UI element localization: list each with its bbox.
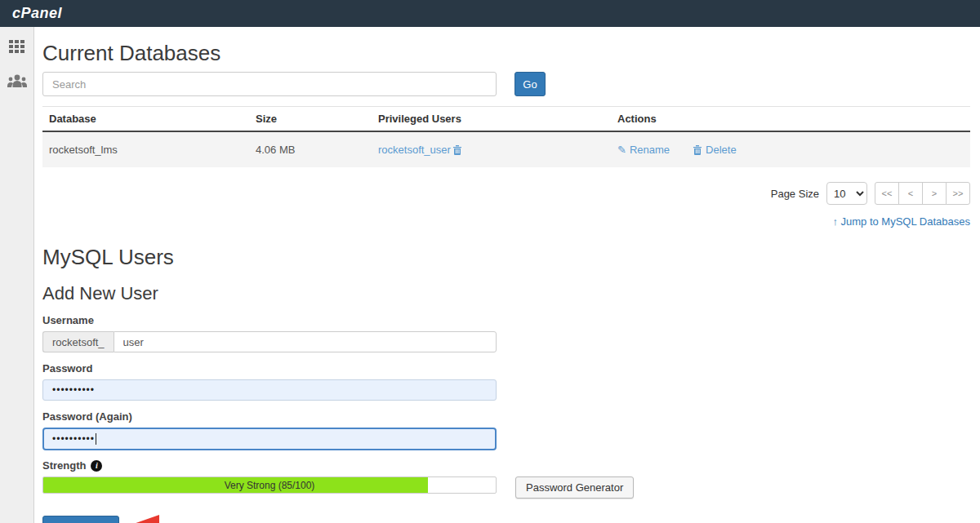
user-manager-icon[interactable] xyxy=(7,73,28,89)
rename-link[interactable]: ✎Rename xyxy=(617,144,670,156)
password-label: Password xyxy=(42,362,970,375)
delete-trash-icon xyxy=(693,144,702,155)
sidebar xyxy=(0,27,34,523)
pager-last-button[interactable]: >> xyxy=(946,182,970,205)
table-row: rocketsoft_lms 4.06 MB rocketsoft_user ✎… xyxy=(42,131,970,167)
strength-bar: Very Strong (85/100) xyxy=(42,476,497,494)
add-new-user-title: Add New User xyxy=(42,283,970,304)
main-content: Current Databases Go Database Size Privi… xyxy=(34,27,980,523)
delete-link[interactable]: Delete xyxy=(693,144,737,156)
pager-prev-button[interactable]: < xyxy=(898,182,923,205)
password-input[interactable] xyxy=(42,379,497,401)
go-button[interactable]: Go xyxy=(514,72,546,96)
page-size-select[interactable]: 10 xyxy=(826,182,867,205)
col-header-privileged-users: Privileged Users xyxy=(372,107,611,132)
top-navbar: cPanel xyxy=(0,0,980,27)
jump-to-mysql-databases-link[interactable]: ↑ Jump to MySQL Databases xyxy=(832,215,970,228)
search-row: Go xyxy=(42,72,970,96)
mysql-users-title: MySQL Users xyxy=(42,245,970,270)
revoke-user-trash-icon[interactable] xyxy=(452,144,462,155)
info-icon[interactable]: i xyxy=(91,460,102,472)
strength-label: Strength xyxy=(42,459,86,472)
create-row: Create User xyxy=(42,512,970,523)
username-input[interactable] xyxy=(114,331,497,352)
text-caret xyxy=(96,433,96,445)
password-again-label: Password (Again) xyxy=(42,410,970,423)
search-input[interactable] xyxy=(42,72,497,96)
col-header-database: Database xyxy=(42,107,249,132)
jump-row: ↑ Jump to MySQL Databases xyxy=(42,215,970,228)
pager-next-button[interactable]: > xyxy=(922,182,947,205)
page-size-label: Page Size xyxy=(771,188,819,200)
pager: << < > >> xyxy=(875,182,970,205)
annotation-arrow xyxy=(125,512,225,523)
cell-database-name: rocketsoft_lms xyxy=(42,131,249,167)
pagination-row: Page Size 10 << < > >> xyxy=(42,182,970,205)
username-input-group: rocketsoft_ xyxy=(42,331,497,352)
password-again-input[interactable]: •••••••••• xyxy=(42,428,497,450)
databases-table: Database Size Privileged Users Actions r… xyxy=(42,106,970,167)
create-user-button[interactable]: Create User xyxy=(42,516,119,523)
cell-privileged-users: rocketsoft_user xyxy=(372,131,611,167)
pencil-icon: ✎ xyxy=(617,144,626,156)
col-header-size: Size xyxy=(249,107,372,132)
strength-row: Very Strong (85/100) Password Generator xyxy=(42,476,970,499)
apps-grid-icon[interactable] xyxy=(9,40,24,53)
cell-database-size: 4.06 MB xyxy=(249,131,372,167)
username-label: Username xyxy=(42,314,970,326)
strength-label-row: Strength i xyxy=(42,459,970,472)
cpanel-logo: cPanel xyxy=(12,5,62,22)
privileged-user-link[interactable]: rocketsoft_user xyxy=(378,144,451,156)
up-arrow-icon: ↑ xyxy=(832,215,838,228)
password-generator-button[interactable]: Password Generator xyxy=(515,476,634,499)
col-header-actions: Actions xyxy=(611,107,970,132)
pager-first-button[interactable]: << xyxy=(875,182,899,205)
username-prefix: rocketsoft_ xyxy=(42,331,114,352)
page-title: Current Databases xyxy=(42,41,970,66)
strength-text: Very Strong (85/100) xyxy=(43,477,496,493)
cell-actions: ✎RenameDelete xyxy=(611,131,970,167)
